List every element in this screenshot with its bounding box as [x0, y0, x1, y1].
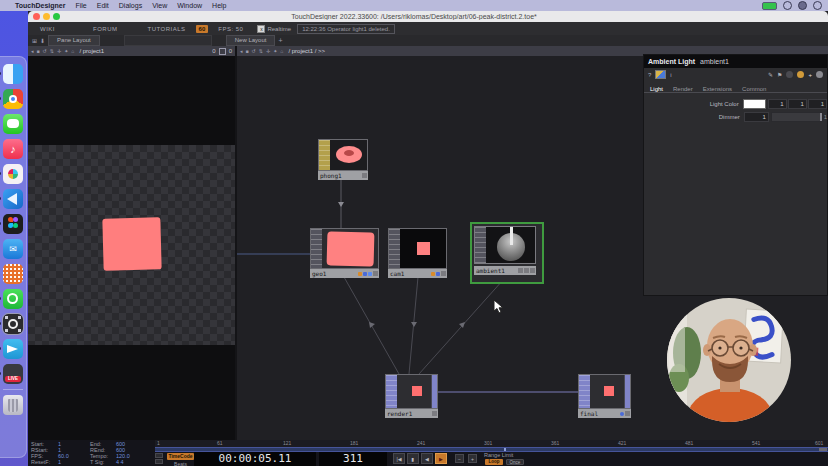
clock-icon[interactable] [813, 1, 822, 10]
node-ambient1[interactable] [474, 226, 536, 264]
go-to-start-button[interactable]: |◀ [393, 453, 405, 464]
slack-icon[interactable] [3, 164, 23, 184]
pane-flag-left[interactable]: 0 [212, 48, 215, 54]
tab-unused-layout[interactable] [124, 35, 212, 46]
node-flag-box[interactable] [373, 271, 378, 276]
finder-icon[interactable] [3, 64, 23, 84]
node-ambient1-selected[interactable]: ambient1 [470, 222, 544, 284]
node-final[interactable] [578, 374, 631, 409]
node-flag-box[interactable] [625, 411, 630, 416]
node-flag-box[interactable] [362, 173, 367, 178]
pane-swap-icon[interactable]: ⇅ [50, 48, 54, 54]
pause-button[interactable]: ▮ [407, 453, 419, 464]
mail-icon[interactable]: ✉ [3, 239, 23, 259]
help-icon[interactable]: ? [648, 72, 651, 78]
node-param-strip[interactable] [319, 140, 330, 170]
control-center-icon[interactable] [798, 1, 807, 10]
pane-move-icon[interactable]: ✛ [57, 48, 61, 54]
pane-split-icon[interactable]: ◂ [31, 48, 34, 54]
render-flag-dot[interactable] [358, 272, 362, 276]
touchdesigner-icon[interactable] [3, 314, 23, 334]
minimize-window-button[interactable] [43, 13, 50, 20]
timecode-mode-button[interactable]: TimeCode [167, 453, 194, 460]
pane-star-icon[interactable]: ✦ [64, 48, 68, 54]
node-label[interactable]: geo1 [310, 269, 379, 278]
playhead-marker[interactable] [504, 448, 506, 451]
trash-icon[interactable] [3, 395, 23, 415]
viewer-flag-dot[interactable] [368, 272, 372, 276]
dimmer-slider[interactable] [771, 112, 823, 122]
pane-reload-icon[interactable]: ↺ [43, 48, 47, 54]
node-flag-box[interactable] [432, 411, 437, 416]
edit-expressions-icon[interactable]: ✎ [768, 71, 773, 78]
add-parameter-icon[interactable]: + [808, 72, 812, 78]
display-flag-dot[interactable] [620, 412, 624, 416]
tab-light[interactable]: Light [650, 86, 663, 92]
pane-star-icon[interactable]: ✦ [273, 48, 277, 54]
pane-home-icon[interactable]: ⌂ [280, 48, 283, 54]
language-python-icon[interactable] [797, 71, 804, 78]
grid-layout-icon[interactable]: ⊞ [32, 37, 37, 44]
slider-handle[interactable] [820, 113, 822, 121]
node-flag-box[interactable] [530, 268, 535, 273]
node-label[interactable]: render1 [385, 409, 438, 418]
geometry-viewer[interactable] [28, 56, 235, 440]
figma-icon[interactable] [3, 214, 23, 234]
messages-icon[interactable] [3, 114, 23, 134]
step-back-button[interactable]: − [455, 454, 464, 463]
node-param-strip[interactable] [311, 229, 322, 268]
vscode-icon[interactable] [3, 189, 23, 209]
menu-app-name[interactable]: TouchDesigner [10, 2, 70, 9]
whatsapp-icon[interactable] [3, 289, 23, 309]
menu-view[interactable]: View [147, 2, 172, 9]
parameter-panel-header[interactable]: Ambient Light ambient1 [644, 55, 827, 68]
menu-help[interactable]: Help [207, 2, 231, 9]
add-layout-button[interactable]: + [278, 37, 282, 44]
node-cam1[interactable] [388, 228, 447, 269]
flag-icon[interactable]: ⚑ [777, 71, 782, 78]
loop-button[interactable]: Loop [485, 459, 503, 465]
left-pane-path[interactable]: / project1 [79, 48, 104, 54]
node-label[interactable]: cam1 [388, 269, 447, 278]
battery-icon[interactable] [762, 2, 777, 10]
info-icon[interactable]: i [670, 72, 671, 78]
node-param-strip[interactable] [386, 375, 397, 408]
menu-window[interactable]: Window [172, 2, 207, 9]
tab-common[interactable]: Common [742, 86, 766, 92]
node-param-strip[interactable] [389, 229, 400, 268]
play-reverse-button[interactable]: ◀ [421, 453, 433, 464]
light-color-r-field[interactable]: 1 [768, 99, 787, 109]
telegram-icon[interactable] [3, 339, 23, 359]
streaming-live-icon[interactable]: LIVE [3, 364, 23, 384]
playbar-end-handle[interactable] [819, 448, 827, 451]
node-label[interactable]: final [578, 409, 631, 418]
color-swatch[interactable] [743, 99, 766, 109]
pane-flag-right[interactable]: 0 [229, 48, 232, 54]
pane-move-icon[interactable]: ✛ [266, 48, 270, 54]
screen-mirror-icon[interactable] [783, 1, 792, 10]
step-forward-button[interactable]: + [468, 454, 477, 463]
right-pane-path[interactable]: / project1 / >> [288, 48, 325, 54]
node-param-strip[interactable] [579, 375, 590, 408]
pane-stop-icon[interactable]: ■ [37, 48, 40, 54]
tab-new-layout[interactable]: New Layout [226, 35, 276, 46]
chrome-icon[interactable] [3, 89, 23, 109]
node-geo1[interactable] [310, 228, 379, 269]
node-label[interactable]: phong1 [318, 171, 368, 180]
display-flag-dot[interactable] [363, 272, 367, 276]
forum-button[interactable]: FORUM [87, 26, 124, 32]
tab-render[interactable]: Render [673, 86, 693, 92]
tutorials-button[interactable]: TUTORIALS [142, 26, 192, 32]
node-flag-box[interactable] [441, 271, 446, 276]
light-color-b-field[interactable]: 1 [808, 99, 827, 109]
node-viewer-icon[interactable] [655, 70, 666, 79]
timeline-mini-button-bottom[interactable] [155, 459, 163, 464]
wiki-button[interactable]: WIKI [34, 26, 61, 32]
panel-options-icon[interactable] [816, 71, 823, 78]
display-flag-dot[interactable] [436, 272, 440, 276]
pane-home-icon[interactable]: ⌂ [71, 48, 74, 54]
tab-pane-layout[interactable]: Pane Layout [48, 35, 100, 46]
node-param-strip[interactable] [475, 227, 486, 263]
music-icon[interactable]: ♪ [3, 139, 23, 159]
menu-edit[interactable]: Edit [92, 2, 114, 9]
